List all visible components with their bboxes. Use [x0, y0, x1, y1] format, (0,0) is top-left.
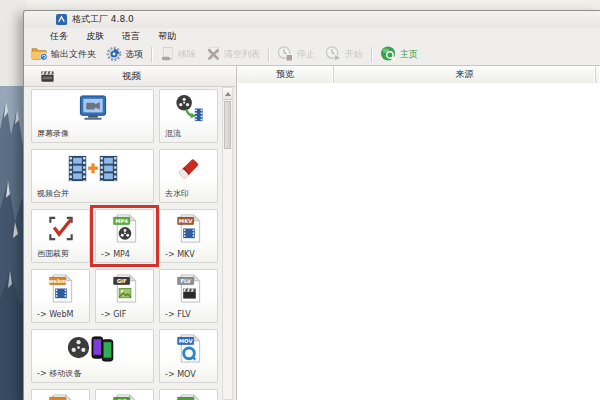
- mkv-file-icon: MKV: [160, 213, 217, 244]
- sidebar-header-video[interactable]: 视频: [24, 66, 236, 87]
- start-task-icon: [325, 46, 342, 64]
- card-screen-record[interactable]: 屏幕录像: [31, 89, 154, 143]
- mp4-file-icon: MP4: [96, 213, 153, 244]
- card-video-merge[interactable]: 视频合并: [31, 149, 154, 203]
- svg-text:MKV: MKV: [178, 218, 192, 224]
- menu-item-skin[interactable]: 皮肤: [83, 29, 107, 44]
- menu-item-language[interactable]: 语言: [119, 29, 143, 44]
- stop-button-label: 停止: [297, 48, 315, 61]
- triangle-up-icon: [225, 92, 231, 96]
- card-remove-watermark-label: 去水印: [165, 188, 189, 199]
- watermark-remove-icon: [160, 153, 217, 184]
- card-to-flv-label: -> FLV: [165, 310, 191, 319]
- card-mux[interactable]: 混流: [159, 89, 218, 143]
- options-gear-icon: [106, 46, 122, 64]
- sidebar-video-panel: 视频 屏幕录像混流视频合并去水印画面裁剪MP4-> MP4MKV-> MKVwe…: [24, 66, 236, 400]
- card-remove-watermark[interactable]: 去水印: [159, 149, 218, 203]
- svg-text:GIF: GIF: [116, 278, 126, 284]
- column-header-preview-label: 预览: [276, 68, 294, 81]
- home-icon: [380, 45, 397, 64]
- start-button-label: 开始: [345, 48, 363, 61]
- clear-list-icon: [206, 46, 221, 63]
- home-button-label: 主页: [400, 48, 418, 61]
- mobile-device-icon: [32, 333, 153, 364]
- options-button[interactable]: 选项: [101, 45, 148, 64]
- card-crop-label: 画面裁剪: [37, 248, 69, 259]
- video-merge-icon: [32, 153, 153, 184]
- task-list-panel: 预览来源: [236, 66, 600, 400]
- card-to-mkv-label: -> MKV: [165, 250, 195, 259]
- stop-task-icon: [277, 46, 294, 64]
- task-list-empty-area: [237, 83, 600, 400]
- svg-text:webm: webm: [48, 278, 66, 284]
- card-to-mp4[interactable]: MP4-> MP4: [95, 209, 154, 263]
- sidebar-header-label: 视频: [55, 70, 208, 83]
- options-button-label: 选项: [125, 48, 143, 61]
- screen-record-icon: [32, 93, 153, 124]
- menu-item-task[interactable]: 任务: [47, 29, 71, 44]
- column-header-preview[interactable]: 预览: [237, 66, 334, 83]
- card-cutoff-3[interactable]: [159, 389, 218, 400]
- green-player-file-icon: [160, 393, 217, 400]
- home-button[interactable]: 主页: [375, 45, 423, 64]
- menu-item-help[interactable]: 帮助: [155, 29, 179, 44]
- card-to-mkv[interactable]: MKV-> MKV: [159, 209, 218, 263]
- remove-minus-icon: [160, 46, 175, 64]
- card-to-flv[interactable]: FLV-> FLV: [159, 269, 218, 323]
- toolbar: 输出文件夹选项移除清空列表停止开始主页: [24, 44, 600, 65]
- card-to-gif[interactable]: GIF-> GIF: [95, 269, 154, 323]
- toolbar-separator: [371, 47, 372, 62]
- column-header-sliver: [596, 66, 600, 83]
- film-clapper-icon: [40, 69, 55, 84]
- card-mux-label: 混流: [165, 128, 181, 139]
- clear-list-button: 清空列表: [201, 45, 265, 64]
- orange-file-icon: [32, 393, 89, 400]
- card-to-webm[interactable]: webm-> WebM: [31, 269, 90, 323]
- card-screen-record-label: 屏幕录像: [37, 128, 69, 139]
- task-list-header: 预览来源: [237, 66, 600, 84]
- output-folder-icon: [31, 46, 48, 63]
- gif-file-icon: GIF: [96, 273, 153, 304]
- scrollbar-thumb[interactable]: [224, 101, 231, 149]
- svg-text:FLV: FLV: [180, 278, 191, 284]
- output-folder-button[interactable]: 输出文件夹: [26, 45, 101, 64]
- start-button: 开始: [320, 45, 368, 64]
- card-cutoff-1[interactable]: [31, 389, 90, 400]
- avi-file-icon: AVI: [96, 393, 153, 400]
- card-crop[interactable]: 画面裁剪: [31, 209, 90, 263]
- card-to-mobile-device-label: -> 移动设备: [37, 368, 81, 379]
- title-bar[interactable]: 格式工厂 4.8.0: [24, 11, 600, 28]
- mux-icon: [160, 93, 217, 124]
- card-to-mov-label: -> MOV: [165, 370, 196, 379]
- card-to-mobile-device[interactable]: -> 移动设备: [31, 329, 154, 383]
- window-title: 格式工厂 4.8.0: [72, 13, 134, 26]
- app-icon: [56, 14, 67, 25]
- remove-button: 移除: [155, 45, 201, 64]
- card-to-mov[interactable]: MOV-> MOV: [159, 329, 218, 383]
- card-to-gif-label: -> GIF: [101, 310, 126, 319]
- clear-list-button-label: 清空列表: [224, 48, 260, 61]
- remove-button-label: 移除: [178, 48, 196, 61]
- stop-button: 停止: [272, 45, 320, 64]
- toolbar-separator: [151, 47, 152, 62]
- conversion-card-grid: 屏幕录像混流视频合并去水印画面裁剪MP4-> MP4MKV-> MKVwebm-…: [24, 87, 222, 400]
- sidebar-scrollbar[interactable]: [222, 87, 233, 400]
- column-header-source[interactable]: 来源: [334, 66, 596, 83]
- crop-icon: [32, 213, 89, 244]
- mov-file-icon: MOV: [160, 333, 217, 364]
- app-window: 格式工厂 4.8.0 任务皮肤语言帮助 输出文件夹选项移除清空列表停止开始主页 …: [23, 10, 600, 400]
- flv-file-icon: FLV: [160, 273, 217, 304]
- toolbar-separator: [268, 47, 269, 62]
- card-video-merge-label: 视频合并: [37, 188, 69, 199]
- card-cutoff-2[interactable]: AVI: [95, 389, 154, 400]
- column-header-source-label: 来源: [456, 68, 474, 81]
- webm-file-icon: webm: [32, 273, 89, 304]
- svg-text:MP4: MP4: [115, 218, 128, 224]
- scroll-up-button[interactable]: [223, 88, 232, 100]
- card-to-mp4-label: -> MP4: [101, 250, 130, 259]
- menu-bar: 任务皮肤语言帮助: [24, 28, 600, 44]
- output-folder-button-label: 输出文件夹: [51, 48, 96, 61]
- svg-text:MOV: MOV: [178, 338, 193, 344]
- card-to-webm-label: -> WebM: [37, 310, 73, 319]
- main-area: 视频 屏幕录像混流视频合并去水印画面裁剪MP4-> MP4MKV-> MKVwe…: [24, 66, 600, 400]
